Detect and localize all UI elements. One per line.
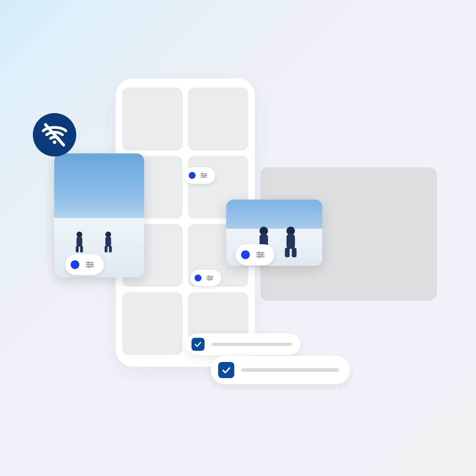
svg-rect-14 <box>285 248 289 257</box>
task-item[interactable] <box>186 333 301 355</box>
placeholder-line <box>211 343 292 346</box>
grid-tile[interactable] <box>122 292 183 355</box>
placeholder-line <box>241 368 339 372</box>
sliders-icon <box>206 274 214 282</box>
svg-rect-7 <box>109 246 112 252</box>
grid-tile[interactable] <box>122 88 183 150</box>
sliders-icon <box>255 250 265 260</box>
svg-rect-3 <box>80 246 83 252</box>
sliders-icon <box>200 171 208 179</box>
svg-rect-15 <box>292 248 296 257</box>
grid-tile[interactable] <box>188 88 248 150</box>
svg-rect-13 <box>286 234 295 249</box>
status-pill[interactable] <box>184 167 215 184</box>
offline-badge <box>33 113 76 156</box>
check-icon <box>193 340 202 349</box>
status-dot-icon <box>71 260 79 269</box>
svg-point-4 <box>105 231 111 237</box>
svg-rect-2 <box>76 246 79 252</box>
checkbox-checked[interactable] <box>218 362 234 378</box>
checkbox-checked[interactable] <box>192 338 205 351</box>
status-dot-icon <box>189 172 196 179</box>
status-pill[interactable] <box>65 254 104 275</box>
svg-rect-5 <box>105 236 111 246</box>
svg-point-8 <box>259 227 268 235</box>
sliders-icon <box>85 260 95 270</box>
wifi-off-icon <box>41 121 68 148</box>
svg-rect-6 <box>104 246 107 252</box>
svg-point-0 <box>77 231 82 237</box>
svg-point-12 <box>286 227 295 235</box>
check-icon <box>221 364 232 376</box>
status-dot-icon <box>195 275 201 281</box>
status-pill[interactable] <box>190 270 221 286</box>
status-pill[interactable] <box>236 244 274 265</box>
status-dot-icon <box>241 250 250 259</box>
task-item[interactable] <box>211 356 350 384</box>
svg-rect-1 <box>77 236 82 246</box>
svg-point-16 <box>53 140 56 144</box>
